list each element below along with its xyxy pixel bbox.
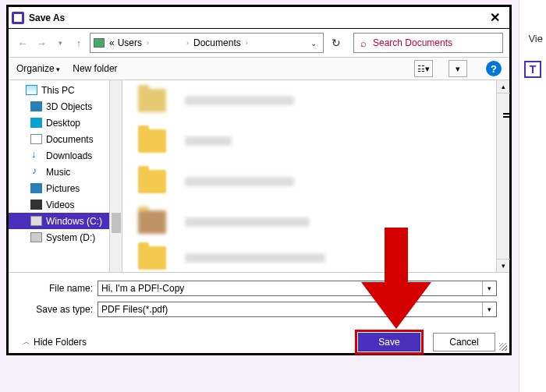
search-icon: ⌕ bbox=[360, 37, 367, 49]
drive-icon bbox=[30, 216, 42, 226]
tree-label: Desktop bbox=[46, 118, 80, 129]
file-list[interactable]: ▴ ▾ bbox=[122, 80, 509, 272]
preview-pane-button[interactable]: ▾ bbox=[448, 60, 467, 77]
app-icon bbox=[12, 12, 24, 24]
filename-dropdown-icon[interactable]: ▾ bbox=[482, 281, 496, 295]
save-button[interactable]: Save bbox=[358, 333, 420, 351]
3d-objects-icon bbox=[30, 101, 42, 111]
tree-music[interactable]: Music bbox=[9, 164, 122, 180]
list-item-label bbox=[185, 136, 232, 146]
music-icon bbox=[30, 167, 42, 177]
tree-system-d[interactable]: System (D:) bbox=[9, 229, 122, 245]
close-button[interactable]: ✕ bbox=[483, 10, 506, 25]
filename-input[interactable]: Hi, I'm a PDF!-Copy ▾ bbox=[98, 281, 497, 296]
chevron-up-icon: ︿ bbox=[23, 337, 30, 348]
videos-icon bbox=[30, 200, 42, 210]
forward-button[interactable]: → bbox=[34, 34, 49, 51]
new-folder-button[interactable]: New folder bbox=[73, 63, 117, 74]
app-right-rail: Vie T bbox=[519, 0, 546, 392]
tree-label: Music bbox=[46, 167, 70, 178]
organize-menu[interactable]: Organize bbox=[16, 63, 60, 74]
filename-label: File name: bbox=[21, 283, 98, 294]
content-scrollbar[interactable]: ▴ ▾ bbox=[496, 80, 509, 272]
refresh-button[interactable]: ↻ bbox=[327, 33, 346, 53]
nav-row: ← → ▾ ↑ « Users › › Documents › ⌄ ↻ ⌕ Se… bbox=[9, 29, 509, 57]
tree-windows-c[interactable]: Windows (C:) bbox=[9, 213, 122, 229]
crumb-documents[interactable]: Documents bbox=[192, 37, 243, 48]
save-as-dialog: Save As ✕ ← → ▾ ↑ « Users › › Documents … bbox=[6, 5, 512, 355]
filename-value: Hi, I'm a PDF!-Copy bbox=[101, 283, 184, 294]
scroll-down-icon[interactable]: ▾ bbox=[497, 259, 510, 272]
tree-label: Pictures bbox=[46, 183, 80, 194]
folder-icon bbox=[138, 129, 166, 153]
pictures-icon bbox=[30, 183, 42, 193]
folder-icon bbox=[138, 246, 166, 270]
savetype-select[interactable]: PDF Files(*.pdf) ▾ bbox=[98, 302, 497, 317]
resize-grip[interactable] bbox=[499, 343, 507, 351]
tree-label: Windows (C:) bbox=[46, 216, 102, 227]
list-item[interactable] bbox=[122, 202, 509, 242]
downloads-icon bbox=[30, 150, 42, 161]
tree-label: Videos bbox=[46, 200, 74, 210]
list-item[interactable] bbox=[122, 121, 509, 161]
scroll-up-icon[interactable]: ▴ bbox=[497, 80, 510, 94]
tree-3d-objects[interactable]: 3D Objects bbox=[9, 98, 122, 115]
hide-folders-toggle[interactable]: ︿ Hide Folders bbox=[23, 337, 87, 348]
list-item[interactable] bbox=[122, 242, 509, 274]
folder-icon bbox=[138, 210, 166, 234]
folder-tree: This PC 3D Objects Desktop Documents Dow… bbox=[9, 80, 122, 272]
savetype-value: PDF Files(*.pdf) bbox=[101, 304, 168, 315]
button-row: ︿ Hide Folders Save Cancel bbox=[9, 324, 509, 360]
crumb-sep-icon[interactable]: › bbox=[144, 39, 152, 47]
savetype-dropdown-icon[interactable]: ▾ bbox=[482, 302, 496, 316]
tree-label: Documents bbox=[46, 134, 94, 145]
back-button[interactable]: ← bbox=[15, 34, 30, 51]
help-button[interactable]: ? bbox=[486, 61, 502, 76]
crumb-root[interactable]: « bbox=[108, 37, 116, 48]
savetype-label: Save as type: bbox=[21, 304, 98, 315]
ribbon-tab-view[interactable]: Vie bbox=[528, 33, 543, 44]
pc-icon bbox=[94, 38, 105, 48]
crumb-users[interactable]: Users bbox=[116, 37, 144, 48]
desktop-icon bbox=[30, 118, 42, 128]
list-item-label bbox=[185, 177, 294, 186]
scrollbar-thumb[interactable] bbox=[112, 213, 121, 233]
view-options-button[interactable]: ☷▾ bbox=[414, 60, 433, 77]
address-history-dropdown[interactable]: ⌄ bbox=[310, 39, 320, 48]
tree-scrollbar[interactable] bbox=[109, 80, 122, 272]
tree-this-pc[interactable]: This PC bbox=[9, 82, 122, 98]
search-placeholder: Search Documents bbox=[373, 37, 452, 48]
list-item-label bbox=[185, 217, 310, 227]
titlebar: Save As ✕ bbox=[9, 7, 509, 29]
highlight-marker: Save bbox=[355, 330, 424, 355]
tree-downloads[interactable]: Downloads bbox=[9, 147, 122, 164]
search-box[interactable]: ⌕ Search Documents bbox=[353, 33, 503, 53]
toolbar: Organize New folder ☷▾ ▾ ? bbox=[9, 57, 509, 80]
cancel-button[interactable]: Cancel bbox=[433, 333, 495, 351]
tree-pictures[interactable]: Pictures bbox=[9, 180, 122, 196]
tree-desktop[interactable]: Desktop bbox=[9, 115, 122, 131]
text-tool-icon[interactable]: T bbox=[524, 61, 541, 78]
tree-label: This PC bbox=[41, 85, 75, 96]
crumb-sep-icon[interactable]: › bbox=[243, 39, 251, 47]
up-button[interactable]: ↑ bbox=[71, 34, 87, 51]
tree-label: System (D:) bbox=[46, 232, 95, 243]
list-item-label bbox=[185, 253, 325, 263]
tree-videos[interactable]: Videos bbox=[9, 196, 122, 213]
list-item[interactable] bbox=[122, 161, 509, 202]
drive-icon bbox=[30, 232, 42, 242]
list-item-label bbox=[185, 96, 294, 105]
tree-label: Downloads bbox=[46, 150, 92, 161]
tree-documents[interactable]: Documents bbox=[9, 131, 122, 147]
tree-label: 3D Objects bbox=[46, 101, 92, 112]
address-bar[interactable]: « Users › › Documents › ⌄ bbox=[90, 33, 324, 53]
crumb-sep-icon[interactable]: › bbox=[183, 39, 192, 47]
pc-icon bbox=[26, 85, 37, 95]
dialog-title: Save As bbox=[29, 12, 65, 23]
folder-icon bbox=[138, 89, 166, 112]
hide-folders-label: Hide Folders bbox=[34, 337, 87, 348]
list-item[interactable] bbox=[122, 80, 509, 121]
main-area: This PC 3D Objects Desktop Documents Dow… bbox=[9, 80, 509, 272]
form-area: File name: Hi, I'm a PDF!-Copy ▾ Save as… bbox=[9, 273, 509, 324]
recent-dropdown[interactable]: ▾ bbox=[52, 34, 68, 51]
